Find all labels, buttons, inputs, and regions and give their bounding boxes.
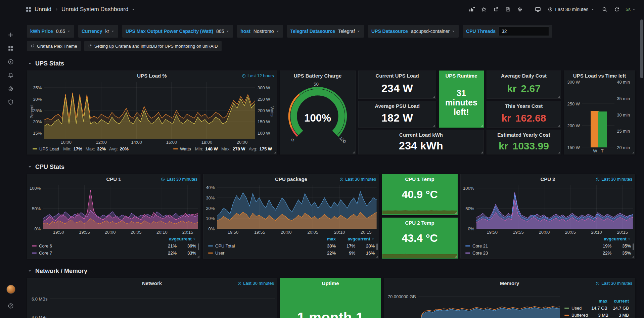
legend-scrollbar[interactable] <box>376 243 378 250</box>
legend-sort-avg[interactable]: avg <box>592 236 611 241</box>
panel-time-range[interactable]: Last 30 minutes <box>339 177 376 182</box>
legend-sort-max[interactable]: max <box>586 299 607 304</box>
legend-row-cpu-total[interactable]: CPU Total 38% 17% 28% <box>208 242 375 249</box>
refresh-button[interactable] <box>611 4 622 15</box>
avatar[interactable] <box>6 285 15 294</box>
variable-value-dropdown[interactable]: kr <box>105 29 115 34</box>
page-scrollbar[interactable] <box>640 19 643 317</box>
variable-value-dropdown[interactable]: apcupsd-container <box>411 29 455 34</box>
apps-grid-icon[interactable] <box>26 6 32 12</box>
share-dashboard-button[interactable] <box>491 4 501 15</box>
page-title[interactable]: Unraid System Dashboard <box>61 6 128 13</box>
refresh-interval-picker[interactable]: 5s <box>624 4 638 15</box>
legend-row-core6[interactable]: Core 6 21% 39% <box>32 242 196 249</box>
save-dashboard-button[interactable] <box>503 4 513 15</box>
gauge-min-label: 0 <box>290 137 295 143</box>
y-tick-label: 0% <box>209 226 215 231</box>
memory-chart[interactable] <box>418 289 560 318</box>
chevron-down-icon[interactable] <box>131 7 135 11</box>
section-network-memory[interactable]: Network / Memory <box>28 267 635 275</box>
panel-title[interactable]: CPU 2 Temp <box>382 218 457 228</box>
legend-sort-avg[interactable]: avg <box>336 236 355 241</box>
legend-sort-avg[interactable]: avg <box>157 236 177 241</box>
legend-row-user[interactable]: User 22% 9% 16% <box>208 249 375 257</box>
stat-value: 234 kWh <box>359 140 484 154</box>
sidebar-item-help[interactable] <box>4 299 17 313</box>
panel-title[interactable]: UPS Runtime <box>439 71 484 81</box>
breadcrumb-root[interactable]: Unraid <box>35 6 51 13</box>
panel-time-range[interactable]: Last 30 minutes <box>161 177 197 182</box>
create-button[interactable] <box>4 28 17 42</box>
network-chart[interactable] <box>50 289 275 318</box>
legend-row-core7[interactable]: Core 7 22% 33% <box>32 249 196 257</box>
cpu-threads-input[interactable] <box>499 27 549 36</box>
panel-title[interactable]: Current Load kWh <box>359 130 484 140</box>
star-dashboard-button[interactable] <box>478 4 489 15</box>
legend-row-core23[interactable]: Core 23 22% 35% <box>465 249 631 257</box>
panel-title[interactable]: Average PSU Load <box>359 101 436 111</box>
section-cpu-stats[interactable]: CPU Stats <box>28 163 635 171</box>
panel-time-range[interactable]: Last 30 minutes <box>596 177 632 182</box>
cycle-view-button[interactable] <box>533 4 543 15</box>
panel-title[interactable]: This Years Cost <box>487 101 561 111</box>
legend-scrollbar[interactable] <box>198 243 199 250</box>
legend-sort-max[interactable]: max <box>316 236 336 241</box>
dashboard-link-grafana-plex-theme[interactable]: Grafana Plex Theme <box>27 41 81 51</box>
x-tick-label: W <box>593 148 597 153</box>
x-tick-label: 20:10 <box>156 230 168 235</box>
panel-title[interactable]: Current UPS Load <box>359 71 436 81</box>
y-tick-label: 200 W <box>567 123 580 128</box>
cpu1-chart[interactable] <box>43 185 198 229</box>
sidebar-item-server-admin[interactable] <box>4 95 17 109</box>
panel-time-range[interactable]: Last 30 minutes <box>596 281 632 286</box>
scrollbar-thumb[interactable] <box>640 19 643 78</box>
sidebar-item-alerting[interactable] <box>4 69 17 82</box>
legend-sort-current[interactable]: current <box>177 236 196 241</box>
legend-sort-current[interactable]: current <box>607 299 629 304</box>
variable-label: CPU Threads <box>466 29 496 34</box>
legend-item-ups-load[interactable]: UPS Load Min:17% Max:32% Avg:20% <box>33 146 129 151</box>
cpu-package-chart[interactable] <box>217 185 377 229</box>
legend-row-core21[interactable]: Core 21 19% 35% <box>465 242 631 249</box>
legend-scrollbar[interactable] <box>633 243 634 250</box>
panel-title[interactable]: UPS Load % <box>27 71 277 81</box>
ups-load-chart[interactable] <box>44 82 255 139</box>
panel-title[interactable]: CPU 1 Temp <box>382 174 457 184</box>
add-panel-button[interactable] <box>466 4 477 15</box>
variable-value-dropdown[interactable]: 0.65 <box>56 29 71 34</box>
panel-time-range[interactable]: Last 12 hours <box>242 73 274 78</box>
y-tick-label: 0% <box>468 226 474 231</box>
section-ups-stats[interactable]: UPS Stats <box>28 59 635 68</box>
sidebar-item-configuration[interactable] <box>4 82 17 95</box>
legend: avg current Core 21 19% 35% Core 23 22% … <box>461 235 635 258</box>
dashboard-link-ups-monitoring-guide[interactable]: Setting up Grafana and InfluxDB for UPS … <box>84 41 222 51</box>
legend-sort-current[interactable]: current <box>355 236 375 241</box>
variable-value-dropdown[interactable]: Nostromo <box>254 29 280 34</box>
panel-title[interactable]: Uptime <box>280 278 381 288</box>
zoom-out-icon <box>602 7 607 12</box>
panel-title[interactable]: Estimated Yearly Cost <box>487 130 561 140</box>
y-tick-label: 100% <box>30 186 41 191</box>
series-marker <box>564 308 569 309</box>
divider <box>529 6 529 13</box>
legend-sort-current[interactable]: current <box>611 236 631 241</box>
dashboard-settings-button[interactable] <box>515 4 525 15</box>
variable-value-dropdown[interactable]: 865 <box>216 29 230 34</box>
sidebar-item-explore[interactable] <box>4 55 17 69</box>
variable-value-dropdown[interactable]: Telegraf <box>338 29 361 34</box>
grafana-logo[interactable] <box>5 3 17 15</box>
legend-item-watts[interactable]: Watts Min:148 W Max:278 W Avg:175 W <box>173 146 272 151</box>
zoom-out-button[interactable] <box>599 4 610 15</box>
panel-average-daily-cost: Average Daily Cost kr2.67 <box>487 71 561 99</box>
panel-title[interactable]: Average Daily Cost <box>487 71 561 81</box>
panel-title[interactable]: UPS Battery Charge <box>280 71 355 81</box>
sidebar-item-dashboards[interactable] <box>4 42 17 55</box>
panel-cpu2-temp: CPU 2 Temp 43.4 °C <box>382 218 458 259</box>
panel-time-range[interactable]: Last 30 minutes <box>237 281 274 286</box>
cpu2-chart[interactable] <box>476 185 633 229</box>
time-range-picker[interactable]: Last 30 minutes <box>545 4 598 15</box>
ups-bars-chart[interactable] <box>582 82 614 147</box>
variable-cpu-threads: CPU Threads <box>463 25 552 38</box>
legend-row-used[interactable]: Used 14.7 GB 14.7 GB <box>564 305 629 312</box>
legend-row-buffered[interactable]: Buffered 3 MB 3 MB <box>564 312 629 318</box>
